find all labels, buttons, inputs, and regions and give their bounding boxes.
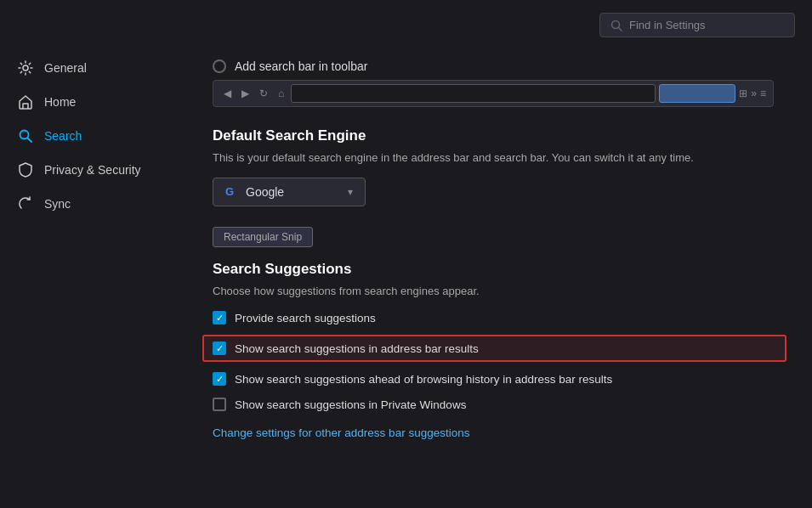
sidebar-item-search[interactable]: Search — [0, 119, 187, 153]
show-ahead-label: Show search suggestions ahead of browsin… — [235, 373, 612, 386]
chevron-down-icon: ▾ — [348, 186, 353, 198]
toolbar-option: Add search bar in toolbar — [213, 59, 786, 73]
toolbar-back-btn[interactable]: ◀ — [220, 86, 235, 101]
show-address-label: Show search suggestions in address bar r… — [235, 342, 479, 355]
sidebar-item-home[interactable]: Home — [0, 85, 187, 119]
toolbar-preview: ◀ ▶ ↻ ⌂ ⊞ » ≡ — [213, 80, 774, 107]
sidebar-item-search-label: Search — [44, 129, 82, 143]
find-search-icon — [610, 20, 622, 31]
privacy-icon — [17, 161, 34, 178]
home-icon — [17, 93, 34, 110]
toolbar-icons: ⊞ » ≡ — [739, 87, 766, 99]
show-private-checkbox[interactable] — [213, 398, 226, 411]
toolbar-icon-2: » — [751, 87, 757, 99]
provide-label: Provide search suggestions — [235, 312, 376, 325]
find-in-settings-placeholder: Find in Settings — [629, 19, 706, 31]
sidebar-item-sync[interactable]: Sync — [0, 187, 187, 221]
add-search-bar-radio[interactable] — [213, 59, 226, 73]
engine-name: Google — [246, 185, 341, 199]
show-private-label: Show search suggestions in Private Windo… — [235, 398, 466, 411]
snip-placeholder: Rectangular Snip — [213, 227, 313, 247]
find-in-settings-input[interactable]: Find in Settings — [599, 13, 795, 37]
sidebar-item-general-label: General — [44, 61, 87, 75]
sync-icon — [17, 195, 34, 212]
sidebar-item-privacy-label: Privacy & Security — [44, 163, 141, 177]
toolbar-search-bar[interactable] — [659, 84, 735, 103]
default-engine-title: Default Search Engine — [213, 127, 786, 144]
provide-checkbox[interactable] — [213, 311, 226, 325]
toolbar-icon-3: ≡ — [760, 87, 766, 99]
sidebar-item-sync-label: Sync — [44, 197, 71, 211]
sidebar-item-general[interactable]: General — [0, 51, 187, 85]
sidebar-item-home-label: Home — [44, 95, 76, 109]
toolbar-home-btn[interactable]: ⌂ — [275, 86, 287, 101]
toolbar-icon-1: ⊞ — [739, 87, 747, 99]
show-ahead-checkbox[interactable] — [213, 372, 226, 386]
content-area: Add search bar in toolbar ◀ ▶ ↻ ⌂ ⊞ » ≡ … — [213, 59, 786, 439]
checkbox-show-private: Show search suggestions in Private Windo… — [213, 396, 786, 413]
sidebar: General Home Search Privacy & Security — [0, 0, 187, 508]
search-suggestions-section: Search Suggestions Choose how suggestion… — [213, 261, 786, 439]
change-settings-link[interactable]: Change settings for other address bar su… — [213, 426, 469, 439]
checkbox-show-ahead: Show search suggestions ahead of browsin… — [213, 370, 786, 387]
suggestions-title: Search Suggestions — [213, 261, 786, 278]
google-g-logo: G — [225, 185, 239, 199]
checkbox-provide: Provide search suggestions — [213, 309, 786, 326]
sidebar-item-privacy[interactable]: Privacy & Security — [0, 153, 187, 187]
default-engine-desc: This is your default search engine in th… — [213, 151, 786, 164]
svg-point-0 — [23, 65, 28, 71]
add-search-bar-label: Add search bar in toolbar — [235, 59, 367, 73]
main-content: Find in Settings Add search bar in toolb… — [187, 0, 812, 508]
header-search: Find in Settings — [599, 13, 795, 37]
suggestions-desc: Choose how suggestions from search engin… — [213, 285, 786, 297]
engine-dropdown[interactable]: G Google ▾ — [213, 178, 366, 206]
toolbar-url-bar[interactable] — [291, 84, 656, 103]
show-address-checkbox[interactable] — [213, 341, 226, 355]
search-icon — [17, 127, 34, 144]
toolbar-forward-btn[interactable]: ▶ — [238, 86, 253, 101]
general-icon — [17, 59, 34, 76]
toolbar-reload-btn[interactable]: ↻ — [256, 86, 271, 101]
checkbox-show-address: Show search suggestions in address bar r… — [202, 335, 786, 362]
